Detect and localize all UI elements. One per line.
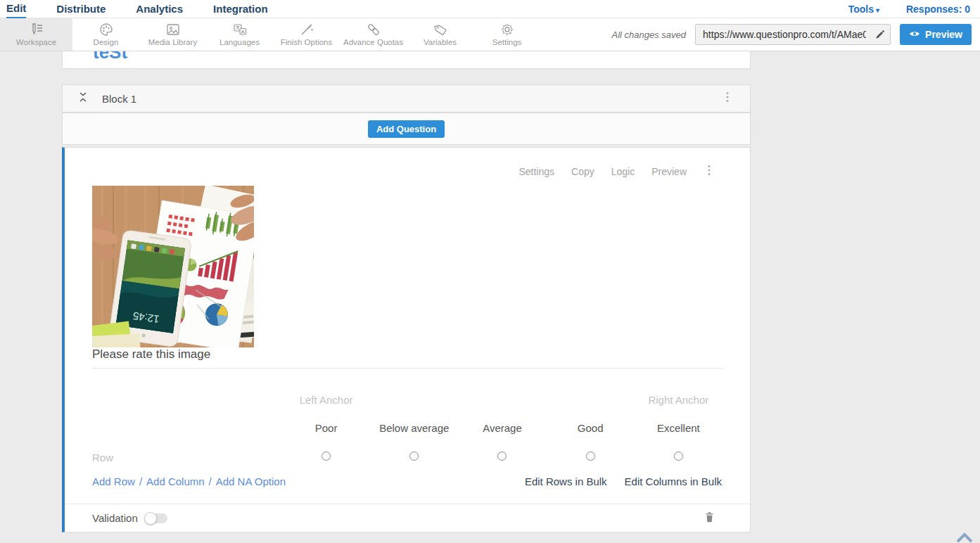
editor-toolbar: Workspace Design Media Library Languages… [0, 18, 980, 51]
question-footer: Validation [65, 504, 750, 532]
add-links: Add Row / Add Column / Add NA Option [92, 475, 286, 487]
question-text[interactable]: Please rate this image [92, 347, 210, 362]
question-logic-link[interactable]: Logic [611, 166, 635, 177]
image-icon [165, 23, 181, 37]
toolbar-item-media-library[interactable]: Media Library [139, 18, 206, 51]
radio-button[interactable] [322, 452, 331, 461]
tag-icon [433, 23, 448, 37]
preview-button[interactable]: Preview [900, 24, 972, 45]
column-header[interactable]: Poor [282, 422, 370, 434]
edit-rows-in-bulk-link[interactable]: Edit Rows in Bulk [525, 475, 607, 487]
workspace-icon [29, 23, 44, 37]
toolbar-item-label: Advance Quotas [343, 38, 403, 46]
question-card: Settings Copy Logic Preview [62, 147, 751, 532]
toolbar-item-label: Settings [492, 38, 522, 46]
gear-icon [499, 23, 515, 37]
survey-url-input[interactable] [696, 25, 869, 44]
add-row-link[interactable]: Add Row [92, 475, 135, 487]
add-question-button[interactable]: Add Question [368, 120, 445, 138]
toolbar-item-label: Finish Options [281, 38, 333, 46]
collapse-block-icon[interactable] [78, 91, 88, 106]
bulk-links: Edit Rows in Bulk Edit Columns in Bulk [525, 475, 722, 487]
nav-tabs: Edit Distribute Analytics Integration [0, 0, 268, 18]
toolbar-item-languages[interactable]: Languages [206, 18, 273, 51]
translate-icon [232, 23, 248, 37]
toolbar-item-label: Design [94, 38, 119, 46]
toolbar-right: All changes saved Preview [612, 24, 972, 45]
validation-label: Validation [92, 512, 138, 524]
edit-url-pencil-icon[interactable] [869, 25, 890, 44]
toolbar-item-settings[interactable]: Settings [473, 18, 540, 51]
nav-right: Tools▾ Responses: 0 [848, 4, 980, 15]
question-actions: Settings Copy Logic Preview [518, 163, 715, 180]
block-menu-kebab-icon[interactable] [722, 90, 733, 107]
palette-icon [98, 23, 114, 37]
question-copy-link[interactable]: Copy [571, 166, 594, 177]
survey-title-card: teSt [62, 51, 751, 69]
toggle-knob [144, 512, 157, 525]
block-header: Block 1 [62, 84, 751, 113]
nav-tab-distribute[interactable]: Distribute [56, 1, 106, 18]
nav-tab-edit[interactable]: Edit [6, 0, 26, 18]
survey-url-box [695, 24, 891, 45]
question-divider [92, 368, 723, 369]
link-icon [366, 23, 381, 37]
left-anchor-input[interactable]: Left Anchor [282, 394, 370, 406]
scroll-top-icon[interactable] [954, 530, 975, 543]
right-anchor-input[interactable]: Right Anchor [635, 394, 723, 406]
block-title[interactable]: Block 1 [102, 93, 136, 105]
toolbar-item-finish-options[interactable]: Finish Options [273, 18, 340, 51]
toolbar-item-variables[interactable]: Variables [407, 18, 473, 51]
toolbar-item-label: Variables [424, 38, 457, 46]
eye-icon [909, 29, 920, 40]
toolbar-item-advance-quotas[interactable]: Advance Quotas [340, 18, 407, 51]
question-preview-link[interactable]: Preview [651, 166, 687, 177]
link-separator: / [209, 475, 212, 487]
anchor-row: Left Anchor Right Anchor [92, 392, 723, 407]
radio-button[interactable] [497, 452, 507, 461]
radio-button[interactable] [674, 452, 683, 461]
top-nav: Edit Distribute Analytics Integration To… [0, 0, 980, 18]
edit-columns-in-bulk-link[interactable]: Edit Columns in Bulk [625, 475, 722, 487]
radio-button[interactable] [586, 452, 595, 461]
question-menu-kebab-icon[interactable] [704, 163, 715, 180]
column-header-row: Poor Below average Average Good Excellen… [92, 421, 723, 435]
column-header[interactable]: Excellent [635, 422, 723, 434]
column-header[interactable]: Below average [370, 422, 458, 434]
save-status: All changes saved [612, 30, 687, 40]
questionpro-editor: Edit Distribute Analytics Integration To… [0, 0, 980, 543]
add-question-row: Add Question [62, 113, 751, 145]
tools-menu[interactable]: Tools▾ [848, 4, 879, 15]
toolbar-item-label: Languages [219, 38, 260, 46]
toolbar-item-label: Workspace [16, 38, 56, 46]
delete-question-trash-icon[interactable] [704, 511, 715, 526]
add-na-option-link[interactable]: Add NA Option [216, 475, 286, 487]
toolbar-item-workspace[interactable]: Workspace [0, 18, 72, 51]
radio-button[interactable] [409, 452, 419, 461]
link-separator: / [139, 475, 142, 487]
add-column-link[interactable]: Add Column [146, 475, 205, 487]
nav-tab-integration[interactable]: Integration [213, 1, 268, 18]
question-settings-link[interactable]: Settings [518, 166, 554, 177]
preview-button-label: Preview [925, 29, 962, 40]
question-image[interactable]: 50% [92, 186, 254, 347]
nav-tab-analytics[interactable]: Analytics [136, 1, 183, 18]
magic-wand-icon [299, 23, 314, 37]
row-label-input[interactable]: Row [92, 452, 282, 464]
column-header[interactable]: Good [547, 422, 635, 434]
matrix-row: Row [92, 450, 723, 464]
toolbar-item-design[interactable]: Design [72, 18, 139, 51]
column-header[interactable]: Average [458, 422, 546, 434]
survey-title[interactable]: teSt [93, 51, 750, 63]
chevron-down-icon: ▾ [876, 6, 879, 14]
responses-count[interactable]: Responses: 0 [906, 4, 970, 15]
toolbar-item-label: Media Library [148, 38, 198, 46]
validation-toggle[interactable] [145, 513, 167, 523]
